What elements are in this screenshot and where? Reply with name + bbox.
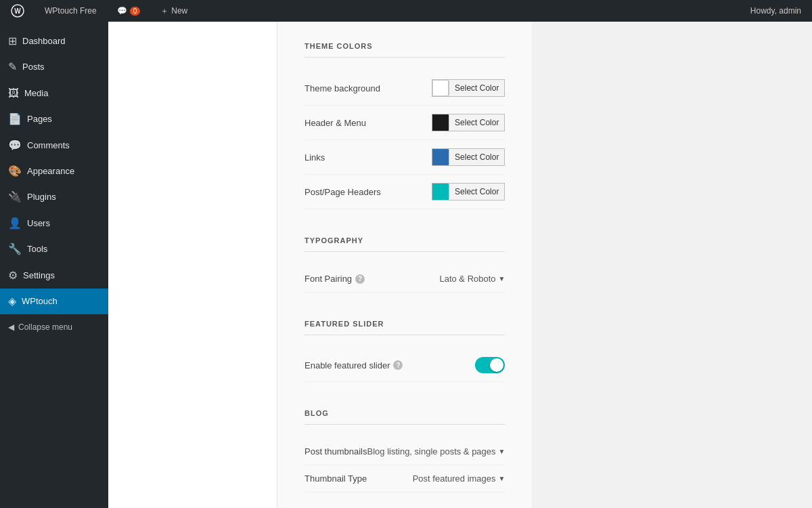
sidebar-item-label: Settings — [23, 270, 55, 282]
new-label: New — [171, 6, 187, 16]
header-menu-row: Header & Menu Select Color — [304, 106, 505, 140]
post-thumbnails-label: Post thumbnails — [304, 446, 367, 457]
featured-slider-section: FEATURED SLIDER Enable featured slider ? — [304, 320, 505, 382]
comments-button[interactable]: 💬 0 — [112, 0, 146, 22]
user-menu-button[interactable]: Howdy, admin — [745, 0, 807, 22]
links-swatch — [432, 149, 449, 165]
theme-bg-control: Select Color — [432, 79, 505, 97]
thumbnail-type-row: Thumbnail Type Post featured images ▼ — [304, 465, 505, 492]
header-menu-color-button[interactable]: Select Color — [432, 114, 505, 131]
blog-section: BLOG Post thumbnails Blog listing, singl… — [304, 409, 505, 492]
collapse-menu-button[interactable]: ◀ Collapse menu — [0, 317, 108, 337]
font-pairing-help-icon[interactable]: ? — [355, 274, 365, 284]
comment-icon: 💬 — [117, 6, 127, 16]
post-headers-swatch — [432, 184, 449, 200]
font-pairing-label: Font Pairing ? — [304, 274, 365, 284]
chevron-down-icon: ▼ — [499, 275, 505, 282]
sidebar-item-label: Media — [24, 87, 48, 100]
post-headers-select-label: Select Color — [449, 184, 504, 199]
thumbnail-type-label: Thumbnail Type — [304, 473, 367, 484]
new-content-button[interactable]: ＋ New — [155, 0, 193, 22]
links-label: Links — [304, 152, 325, 163]
user-greeting: Howdy, admin — [750, 6, 801, 16]
thumbnail-type-value: Post featured images — [413, 473, 496, 484]
settings-panel: THEME COLORS Theme background Select Col… — [277, 22, 532, 508]
theme-bg-select-label: Select Color — [449, 81, 504, 96]
toggle-knob — [490, 358, 503, 372]
sidebar-item-label: WPtouch — [22, 295, 58, 308]
sidebar-item-plugins[interactable]: 🔌 Plugins — [0, 184, 108, 210]
header-menu-control: Select Color — [432, 114, 505, 131]
sidebar-item-appearance[interactable]: 🎨 Appearance — [0, 158, 108, 184]
thumbnail-type-control: Post featured images ▼ — [413, 473, 505, 484]
post-thumbnails-row: Post thumbnails Blog listing, single pos… — [304, 438, 505, 465]
sidebar-item-posts[interactable]: ✎ Posts — [0, 54, 108, 80]
sidebar-item-users[interactable]: 👤 Users — [0, 211, 108, 236]
typography-section: TYPOGRAPHY Font Pairing ? Lato & Roboto … — [304, 236, 505, 293]
post-headers-label: Post/Page Headers — [304, 187, 381, 197]
header-menu-select-label: Select Color — [449, 115, 504, 130]
font-pairing-row: Font Pairing ? Lato & Roboto ▼ — [304, 266, 505, 293]
slider-help-icon[interactable]: ? — [393, 360, 403, 370]
font-pairing-value: Lato & Roboto — [439, 274, 495, 284]
theme-bg-row: Theme background Select Color — [304, 71, 505, 106]
post-headers-row: Post/Page Headers Select Color — [304, 175, 505, 209]
sidebar-item-label: Comments — [27, 140, 70, 152]
chevron-down-icon: ▼ — [499, 475, 505, 482]
header-menu-swatch — [432, 114, 449, 131]
sidebar-item-settings[interactable]: ⚙ Settings — [0, 263, 108, 289]
svg-text:W: W — [14, 7, 21, 15]
enable-slider-control — [475, 357, 505, 373]
comments-count: 0 — [130, 7, 141, 16]
header-menu-label: Header & Menu — [304, 118, 366, 128]
sidebar-item-label: Appearance — [27, 165, 74, 177]
plugins-icon: 🔌 — [8, 190, 22, 205]
sidebar-item-media[interactable]: 🖼 Media — [0, 81, 108, 106]
links-select-label: Select Color — [449, 150, 504, 165]
settings-icon: ⚙ — [8, 268, 18, 283]
theme-bg-swatch — [432, 80, 449, 96]
sidebar-item-dashboard[interactable]: ⊞ Dashboard — [0, 28, 108, 54]
plus-icon: ＋ — [160, 5, 168, 17]
links-color-button[interactable]: Select Color — [432, 148, 505, 166]
posts-icon: ✎ — [8, 60, 17, 75]
post-thumbnails-value: Blog listing, single posts & pages — [367, 446, 496, 457]
post-thumbnails-control: Blog listing, single posts & pages ▼ — [367, 446, 505, 457]
admin-bar: W WPtouch Free 💬 0 ＋ New Howdy, admin — [0, 0, 812, 22]
enable-slider-row: Enable featured slider ? — [304, 349, 505, 382]
content-area: THEME COLORS Theme background Select Col… — [108, 22, 532, 508]
left-panel — [108, 22, 277, 508]
sidebar-item-label: Posts — [22, 61, 45, 73]
sidebar-item-wptouch[interactable]: ◈ WPtouch — [0, 289, 108, 314]
pages-icon: 📄 — [8, 112, 22, 127]
collapse-icon: ◀ — [8, 322, 14, 332]
sidebar-item-comments[interactable]: 💬 Comments — [0, 133, 108, 158]
font-pairing-dropdown[interactable]: Lato & Roboto ▼ — [439, 274, 505, 284]
wp-logo-button[interactable]: W — [5, 0, 30, 22]
post-thumbnails-dropdown[interactable]: Blog listing, single posts & pages ▼ — [367, 446, 505, 457]
theme-colors-title: THEME COLORS — [304, 42, 505, 58]
sidebar-item-pages[interactable]: 📄 Pages — [0, 106, 108, 132]
enable-slider-label: Enable featured slider ? — [304, 360, 403, 371]
links-row: Links Select Color — [304, 140, 505, 175]
sidebar-item-label: Tools — [27, 243, 47, 255]
typography-title: TYPOGRAPHY — [304, 236, 505, 252]
enable-slider-toggle[interactable] — [475, 357, 505, 373]
sidebar-item-label: Pages — [27, 113, 52, 125]
sidebar-item-tools[interactable]: 🔧 Tools — [0, 236, 108, 262]
wptouch-icon: ◈ — [8, 294, 16, 309]
post-headers-control: Select Color — [432, 183, 505, 200]
collapse-label: Collapse menu — [18, 322, 72, 332]
site-name-label: WPtouch Free — [45, 6, 97, 16]
blog-title: BLOG — [304, 409, 505, 425]
site-name-button[interactable]: WPtouch Free — [39, 0, 102, 22]
media-icon: 🖼 — [8, 86, 19, 101]
chevron-down-icon: ▼ — [499, 448, 505, 455]
sidebar-item-label: Plugins — [27, 191, 56, 203]
sidebar: ⊞ Dashboard ✎ Posts 🖼 Media 📄 Pages 💬 Co… — [0, 22, 108, 508]
theme-bg-color-button[interactable]: Select Color — [432, 79, 505, 97]
theme-bg-label: Theme background — [304, 83, 380, 93]
post-headers-color-button[interactable]: Select Color — [432, 183, 505, 200]
thumbnail-type-dropdown[interactable]: Post featured images ▼ — [413, 473, 505, 484]
appearance-icon: 🎨 — [8, 164, 22, 179]
